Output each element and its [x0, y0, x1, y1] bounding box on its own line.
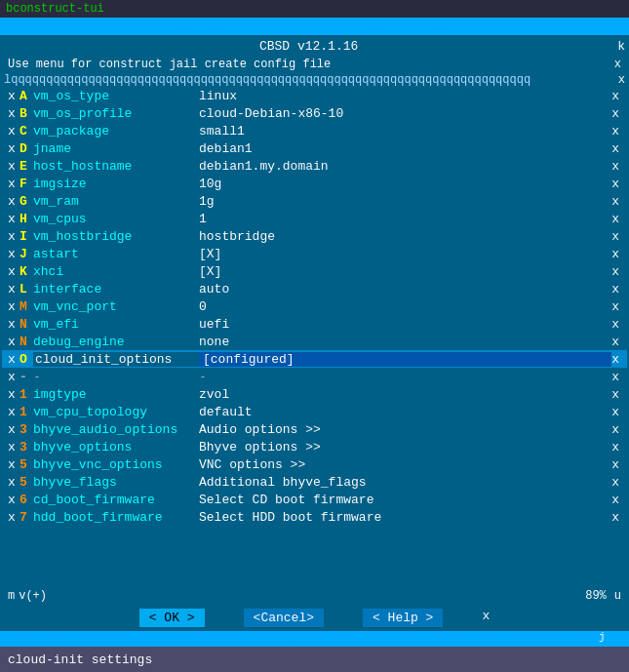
field-name: vm_hostbridge: [33, 229, 199, 244]
key-letter: L: [20, 282, 33, 296]
key-letter: 3: [20, 440, 33, 455]
field-value: small1: [199, 124, 611, 138]
key-letter: 5: [20, 457, 33, 472]
xmark: x: [8, 493, 20, 507]
menu-row-20[interactable]: x 3 bhyve_options Bhyve options >> x: [2, 438, 627, 455]
title-bar: bconstruct-tui: [0, 0, 629, 18]
button-close: x: [482, 609, 490, 627]
menu-row-2[interactable]: x C vm_package small1 x: [2, 122, 627, 139]
button-bar: < OK > <Cancel> < Help > x: [0, 605, 629, 631]
key-letter: J: [20, 247, 33, 261]
key-letter: 5: [20, 475, 33, 490]
cancel-button[interactable]: <Cancel>: [244, 609, 324, 627]
field-value: Additional bhyve_flags: [199, 475, 611, 490]
field-name: vm_cpu_topology: [33, 405, 199, 419]
xmark: x: [8, 387, 20, 402]
field-name: vm_cpus: [33, 212, 199, 226]
border-close: x: [618, 73, 625, 87]
border-row: lqqqqqqqqqqqqqqqqqqqqqqqqqqqqqqqqqqqqqqq…: [0, 73, 629, 87]
field-value: hostbridge: [199, 229, 611, 244]
menu-row-21[interactable]: x 5 bhyve_vnc_options VNC options >> x: [2, 455, 627, 473]
key-letter: -: [20, 370, 33, 384]
key-letter: H: [20, 212, 33, 226]
menu-row-16[interactable]: x - - - x: [2, 368, 627, 385]
row-close: x: [611, 229, 621, 244]
xmark: x: [8, 159, 20, 174]
menu-row-9[interactable]: x J astart [X] x: [2, 245, 627, 262]
key-letter: O: [20, 352, 33, 367]
field-name: vm_ram: [33, 194, 199, 209]
field-name: debug_engine: [33, 335, 199, 349]
menu-row-8[interactable]: x I vm_hostbridge hostbridge x: [2, 227, 627, 245]
field-name: vm_package: [33, 124, 199, 138]
menu-row-12[interactable]: x M vm_vnc_port 0 x: [2, 297, 627, 315]
field-name: bhyve_flags: [33, 475, 199, 490]
scroll-label: v(+): [19, 589, 47, 603]
xmark: x: [8, 405, 20, 419]
row-close: x: [611, 405, 621, 419]
menu-row-18[interactable]: x 1 vm_cpu_topology default x: [2, 403, 627, 420]
row-close: x: [611, 422, 621, 437]
row-close: x: [611, 352, 621, 367]
key-letter: 6: [20, 493, 33, 507]
row-close: x: [611, 106, 621, 121]
field-name: vm_os_type: [33, 89, 199, 103]
xmark: x: [8, 194, 20, 209]
menu-row-19[interactable]: x 3 bhyve_audio_options Audio options >>…: [2, 420, 627, 438]
menu-row-10[interactable]: x K xhci [X] x: [2, 262, 627, 280]
xmark: x: [8, 89, 20, 103]
close-indicator: k: [617, 39, 629, 54]
menu-row-1[interactable]: x B vm_os_profile cloud-Debian-x86-10 x: [2, 104, 627, 122]
dialog-title: CBSD v12.1.16 k: [0, 35, 629, 56]
menu-row-15[interactable]: x O cloud_init_options [configured] x: [2, 350, 627, 368]
field-value: VNC options >>: [199, 457, 611, 472]
field-value: 1: [199, 212, 611, 226]
menu-row-4[interactable]: x E host_hostname debian1.my.domain x: [2, 157, 627, 175]
xmark: x: [8, 457, 20, 472]
key-letter: N: [20, 317, 33, 332]
field-name: cloud_init_options: [33, 352, 199, 367]
field-name: imgtype: [33, 387, 199, 402]
row-close: x: [611, 370, 621, 384]
menu-row-13[interactable]: x N vm_efi uefi x: [2, 315, 627, 333]
xmark: x: [8, 141, 20, 156]
field-name: bhyve_vnc_options: [33, 457, 199, 472]
field-name: vm_efi: [33, 317, 199, 332]
row-close: x: [611, 440, 621, 455]
help-button[interactable]: < Help >: [363, 609, 443, 627]
menu-row-7[interactable]: x H vm_cpus 1 x: [2, 210, 627, 227]
row-close: x: [611, 317, 621, 332]
key-letter: M: [20, 299, 33, 314]
xmark: x: [8, 299, 20, 314]
xmark: x: [8, 177, 20, 191]
row-close: x: [611, 510, 621, 525]
menu-row-17[interactable]: x 1 imgtype zvol x: [2, 385, 627, 403]
field-name: astart: [33, 247, 199, 261]
menu-row-11[interactable]: x L interface auto x: [2, 280, 627, 297]
top-border: qqqqqqqqqqqqqqqqqqqqqqqqqqqqqqqqqqqqqqqq…: [0, 18, 629, 35]
field-value: Select CD boot firmware: [199, 493, 611, 507]
key-letter: K: [20, 264, 33, 279]
menu-row-5[interactable]: x F imgsize 10g x: [2, 175, 627, 192]
row-close: x: [611, 124, 621, 138]
menu-row-3[interactable]: x D jname debian1 x: [2, 139, 627, 157]
menu-row-6[interactable]: x G vm_ram 1g x: [2, 192, 627, 210]
menu-row-0[interactable]: x A vm_os_type linux x: [2, 87, 627, 104]
xmark: x: [8, 124, 20, 138]
field-name: cd_boot_firmware: [33, 493, 199, 507]
row-close: x: [611, 212, 621, 226]
field-value: -: [199, 370, 611, 384]
menu-row-14[interactable]: x N debug_engine none x: [2, 333, 627, 350]
dialog-subtitle-text: Use menu for construct jail create confi…: [8, 58, 331, 71]
menu-row-24[interactable]: x 7 hdd_boot_firmware Select HDD boot fi…: [2, 508, 627, 526]
row-close: x: [611, 159, 621, 174]
menu-row-22[interactable]: x 5 bhyve_flags Additional bhyve_flags x: [2, 473, 627, 491]
menu-row-23[interactable]: x 6 cd_boot_firmware Select CD boot firm…: [2, 491, 627, 508]
key-letter: 3: [20, 422, 33, 437]
field-name: bhyve_audio_options: [33, 422, 199, 437]
xmark: x: [8, 475, 20, 490]
row-close: x: [611, 493, 621, 507]
ok-button[interactable]: < OK >: [139, 609, 205, 627]
dialog-title-text: CBSD v12.1.16: [259, 39, 358, 54]
row-close: x: [611, 247, 621, 261]
